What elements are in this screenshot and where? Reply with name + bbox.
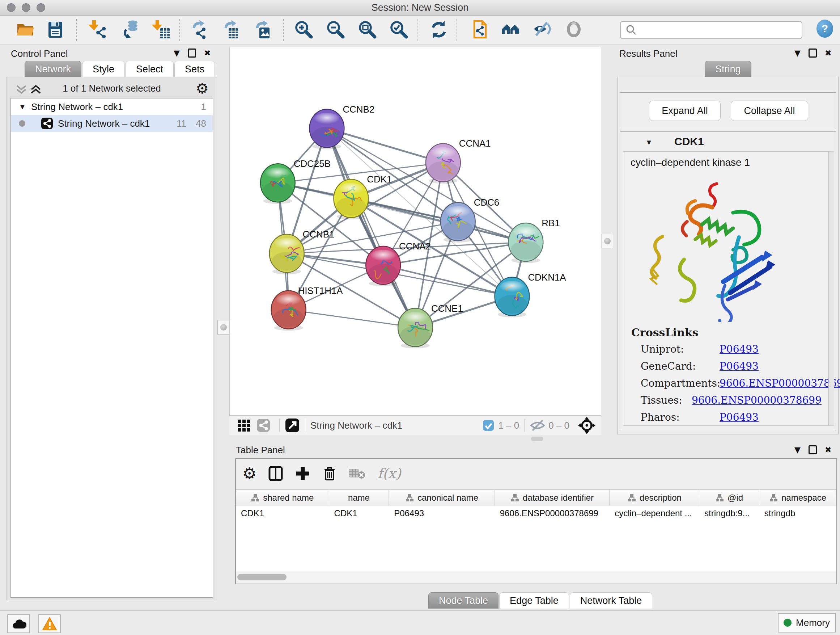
zoom-fit-button[interactable] <box>357 19 378 41</box>
function-builder-icon[interactable]: f(x) <box>377 466 401 481</box>
document-share-button[interactable] <box>469 19 490 41</box>
delete-table-icon[interactable] <box>348 467 366 480</box>
save-session-button[interactable] <box>44 19 66 41</box>
hscroll-thumb[interactable] <box>237 574 286 580</box>
table-cell[interactable]: stringdb:9... <box>699 506 759 521</box>
grid-view-icon[interactable] <box>237 418 251 432</box>
panel-close-icon[interactable]: ✖ <box>204 49 210 57</box>
show-columns-icon[interactable] <box>267 465 284 482</box>
show-graphics-details-button[interactable] <box>564 19 585 41</box>
network-options-gear-icon[interactable]: ⚙ <box>196 80 209 97</box>
crosslink-label: GeneCard: <box>641 360 720 372</box>
column-header[interactable]: @id <box>699 490 759 506</box>
crosslink-value-link[interactable]: 9606.ENSP00000378699 <box>720 377 840 389</box>
tab-node-table[interactable]: Node Table <box>428 592 499 608</box>
open-session-button[interactable] <box>14 19 36 41</box>
panel-float-icon[interactable] <box>808 445 817 454</box>
column-header[interactable]: database identifier <box>495 490 610 506</box>
column-header[interactable]: shared name <box>236 490 329 506</box>
left-splitter-handle[interactable] <box>218 320 230 334</box>
table-cell[interactable]: CDK1 <box>329 506 389 521</box>
export-table-button[interactable] <box>221 19 242 41</box>
zoom-selected-button[interactable] <box>388 19 410 41</box>
network-edge <box>327 128 443 163</box>
help-button[interactable]: ? <box>816 19 833 38</box>
refresh-button[interactable] <box>428 19 450 41</box>
panel-close-icon[interactable]: ✖ <box>825 49 831 57</box>
table-header-row: shared namenamecanonical namedatabase id… <box>236 490 836 506</box>
column-header[interactable]: name <box>329 490 389 506</box>
tab-style[interactable]: Style <box>82 61 125 77</box>
panel-menu-icon[interactable]: ▼ <box>794 446 801 454</box>
network-share-icon <box>41 117 54 130</box>
network-collection-row[interactable]: ▼ String Network – cdk1 1 <box>11 98 213 115</box>
zoom-out-button[interactable] <box>325 19 347 41</box>
table-cell[interactable]: CDK1 <box>236 506 329 521</box>
expand-all-button[interactable]: Expand All <box>649 101 721 121</box>
tab-string[interactable]: String <box>705 61 752 77</box>
network-node-hist1h1a[interactable]: HIST1H1A <box>271 286 343 331</box>
bottom-splitter-handle[interactable] <box>531 437 543 441</box>
crosslink-value-link[interactable]: P06493 <box>720 360 759 372</box>
string-home-button[interactable] <box>500 19 522 41</box>
warnings-button[interactable] <box>38 614 61 633</box>
selected-count-badge: 1 – 0 <box>498 420 519 431</box>
tab-select[interactable]: Select <box>126 61 174 77</box>
right-splitter-handle[interactable] <box>602 234 613 249</box>
gene-collapse-icon[interactable]: ▼ <box>645 138 653 147</box>
column-header-label: name <box>348 493 370 503</box>
memory-button[interactable]: Memory <box>778 613 836 632</box>
tab-network[interactable]: Network <box>25 61 81 77</box>
panel-menu-icon[interactable]: ▼ <box>794 49 801 57</box>
status-bar: Memory <box>0 610 840 635</box>
network-canvas[interactable]: CCNB2 CCNA1 CDC25B CDK1 <box>229 47 601 416</box>
table-row[interactable]: CDK1CDK1P064939606.ENSP00000378699cyclin… <box>236 506 836 521</box>
results-scrollbar[interactable] <box>829 151 834 426</box>
column-header[interactable]: description <box>609 490 699 506</box>
tab-network-table[interactable]: Network Table <box>570 592 653 608</box>
export-network-button[interactable] <box>189 19 210 41</box>
birdseye-crosshair-icon[interactable] <box>577 416 596 435</box>
network-row[interactable]: String Network – cdk1 11 48 <box>11 115 213 132</box>
table-cell[interactable]: stringdb <box>759 506 836 521</box>
zoom-in-button[interactable] <box>293 19 315 41</box>
table-cell[interactable]: P06493 <box>389 506 494 521</box>
search-icon <box>625 24 638 36</box>
network-node-cdc6[interactable]: CDC6 <box>441 197 499 242</box>
network-node-ccne1[interactable]: CCNE1 <box>398 303 463 348</box>
import-table-button[interactable] <box>150 19 172 41</box>
table-cell[interactable]: cyclin–dependent ... <box>609 506 699 521</box>
column-header[interactable]: namespace <box>759 490 836 506</box>
crosslink-value-link[interactable]: 9606.ENSP00000378699 <box>692 394 821 406</box>
search-input[interactable] <box>620 21 802 39</box>
column-header[interactable]: canonical name <box>389 490 494 506</box>
control-panel-tabs: NetworkStyleSelectSets <box>25 61 216 77</box>
tab-sets[interactable]: Sets <box>174 61 215 77</box>
panel-float-icon[interactable] <box>188 49 196 57</box>
table-cell[interactable]: 9606.ENSP00000378699 <box>495 506 610 521</box>
selected-checkbox-icon[interactable] <box>482 419 494 432</box>
hide-unselected-button[interactable] <box>532 19 554 41</box>
cloud-button[interactable] <box>7 614 30 633</box>
tree-expand-icon[interactable]: ▼ <box>16 103 29 111</box>
delete-column-icon[interactable] <box>322 465 338 482</box>
crosslink-value-link[interactable]: P06493 <box>720 411 759 423</box>
share-view-icon[interactable] <box>256 418 271 432</box>
network-node-cdkn1a[interactable]: CDKN1A <box>495 272 567 318</box>
collapse-all-button[interactable]: Collapse All <box>731 101 808 121</box>
table-container: ⚙ f(x) shared namenamecanonical namedata… <box>235 458 837 584</box>
tab-edge-table[interactable]: Edge Table <box>499 592 569 608</box>
network-node-rb1[interactable]: RB1 <box>508 218 560 263</box>
detach-view-icon[interactable] <box>285 418 300 433</box>
crosslink-value-link[interactable]: P06493 <box>720 343 759 355</box>
import-network-button[interactable] <box>87 19 109 41</box>
table-panel-window-icons: ▼ ✖ <box>794 445 831 454</box>
table-gear-icon[interactable]: ⚙ <box>242 464 256 483</box>
panel-close-icon[interactable]: ✖ <box>825 446 831 454</box>
export-image-button[interactable] <box>252 19 274 41</box>
panel-float-icon[interactable] <box>808 49 817 57</box>
add-column-icon[interactable] <box>295 466 311 481</box>
panel-menu-icon[interactable]: ▼ <box>174 49 180 57</box>
table-hscrollbar[interactable] <box>236 572 836 583</box>
import-database-button[interactable] <box>120 19 141 41</box>
